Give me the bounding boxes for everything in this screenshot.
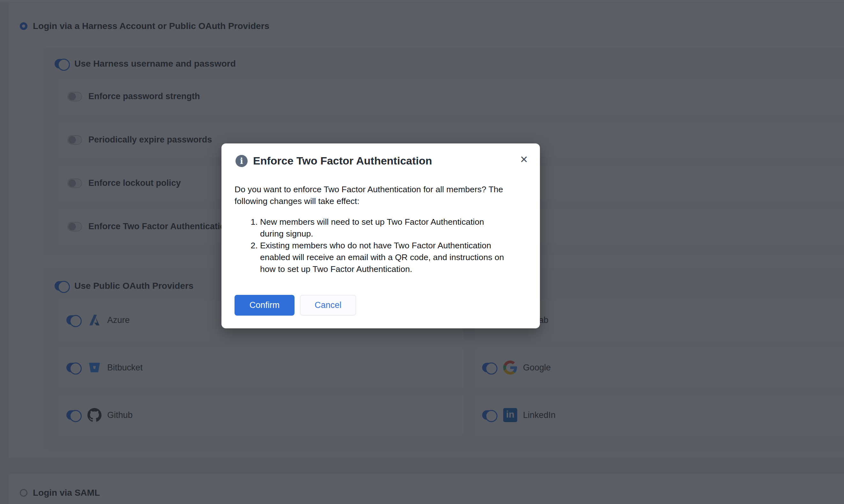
close-icon[interactable]: ✕ <box>517 152 531 166</box>
dialog-title: Enforce Two Factor Authentication <box>253 155 432 167</box>
two-factor-confirm-dialog: i Enforce Two Factor Authentication ✕ Do… <box>221 143 540 328</box>
info-icon: i <box>236 155 247 167</box>
dialog-actions: Confirm Cancel <box>235 295 356 316</box>
dialog-change-list: New members will need to set up Two Fact… <box>235 216 506 275</box>
dialog-change-item: Existing members who do not have Two Fac… <box>260 240 506 275</box>
dialog-header: i Enforce Two Factor Authentication <box>236 155 432 167</box>
confirm-button[interactable]: Confirm <box>235 295 294 316</box>
dialog-change-item: New members will need to set up Two Fact… <box>260 216 506 240</box>
dialog-body: Do you want to enforce Two Factor Authen… <box>235 184 506 275</box>
dialog-intro-text: Do you want to enforce Two Factor Authen… <box>235 184 506 207</box>
cancel-button[interactable]: Cancel <box>300 295 356 316</box>
